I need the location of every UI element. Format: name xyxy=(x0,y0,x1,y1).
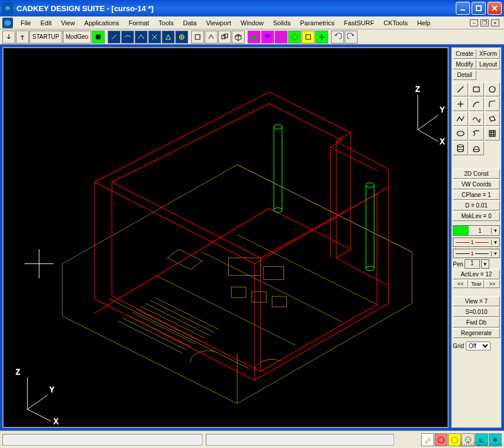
status-pencil-icon[interactable] xyxy=(421,433,434,446)
tear-button[interactable]: Tear xyxy=(469,280,484,288)
status-cube-red-icon[interactable] xyxy=(435,433,448,446)
app-icon xyxy=(2,3,13,14)
svg-point-43 xyxy=(457,131,464,136)
menu-help[interactable]: Help xyxy=(413,18,435,28)
orbit-icon[interactable] xyxy=(288,31,301,44)
tear-next-button[interactable]: >> xyxy=(485,280,500,288)
menu-window[interactable]: Window xyxy=(236,18,268,28)
tool-cross-icon[interactable] xyxy=(148,31,161,44)
tool-wire-icon[interactable] xyxy=(175,31,188,44)
pan-icon[interactable] xyxy=(315,31,328,44)
shade-hidden-icon[interactable] xyxy=(275,31,288,44)
view-button[interactable]: View = 7 xyxy=(453,296,500,306)
tool-rect-icon[interactable] xyxy=(469,82,484,96)
menu-file[interactable]: File xyxy=(16,18,35,28)
menu-parametrics[interactable]: Parametrics xyxy=(296,18,339,28)
menu-applications[interactable]: Applications xyxy=(80,18,123,28)
maximize-button[interactable] xyxy=(472,2,486,15)
doc-close-button[interactable]: × xyxy=(491,19,499,26)
view-front-icon[interactable] xyxy=(191,31,204,44)
modgeo-button[interactable]: ModGeo xyxy=(63,31,91,44)
view-top-icon[interactable] xyxy=(205,31,218,44)
tool-cube-icon[interactable] xyxy=(92,31,105,44)
tool-sweep-icon[interactable] xyxy=(135,31,148,44)
scale-button[interactable]: S=0.010 xyxy=(453,307,500,317)
tab-create[interactable]: Create xyxy=(453,49,476,59)
tool-point-icon[interactable] xyxy=(453,97,468,111)
tool-line-icon[interactable] xyxy=(453,82,468,96)
tool-dome-icon[interactable] xyxy=(469,141,484,155)
tool-hatch-icon[interactable] xyxy=(485,126,500,141)
svg-point-55 xyxy=(466,439,468,440)
d-button[interactable]: D = 0.01 xyxy=(453,200,500,210)
svg-text:Y: Y xyxy=(49,386,54,394)
view-iso-icon[interactable] xyxy=(232,31,245,44)
svg-marker-0 xyxy=(5,5,11,11)
tab-layout[interactable]: Layout xyxy=(476,59,500,69)
zoom-all-icon[interactable] xyxy=(302,31,315,44)
tool-blend-icon[interactable] xyxy=(121,31,134,44)
tool-circle-icon[interactable] xyxy=(485,82,500,96)
svg-rect-10 xyxy=(224,34,228,38)
tool-grid xyxy=(453,82,500,155)
shade-wire-icon[interactable] xyxy=(261,31,274,44)
svg-rect-44 xyxy=(489,131,495,136)
tool-spline-icon[interactable] xyxy=(469,112,484,126)
arrow-up-button[interactable] xyxy=(16,31,29,44)
tab-xform[interactable]: XForm xyxy=(476,49,500,59)
menubar: File Edit View Applications Format Tools… xyxy=(0,16,504,29)
side-panel: Create XForm Modify Layout Detail xyxy=(451,47,502,428)
startup-button[interactable]: STARTUP xyxy=(29,31,62,44)
regenerate-button[interactable]: Regenerate xyxy=(453,328,500,338)
menu-solids[interactable]: Solids xyxy=(269,18,295,28)
menu-view[interactable]: View xyxy=(57,18,79,28)
doc-minimize-button[interactable]: – xyxy=(470,19,478,26)
menu-cktools[interactable]: CKTools xyxy=(379,18,412,28)
tear-prev-button[interactable]: << xyxy=(453,280,468,288)
fwddb-button[interactable]: Fwd Db xyxy=(453,317,500,327)
undo-button[interactable] xyxy=(331,31,344,44)
svg-text:X: X xyxy=(54,417,58,426)
2d-const-button[interactable]: 2D Const xyxy=(453,169,500,179)
vw-coords-button[interactable]: VW Coords xyxy=(453,179,500,189)
tool-edge-icon[interactable] xyxy=(162,31,175,44)
doc-restore-button[interactable]: ❐ xyxy=(480,19,489,26)
pen-input[interactable]: 1 xyxy=(465,259,480,269)
svg-rect-11 xyxy=(252,35,256,39)
tool-plane-icon[interactable] xyxy=(485,112,500,126)
svg-rect-6 xyxy=(96,35,101,39)
menu-tools[interactable]: Tools xyxy=(155,18,178,28)
tool-ellipse-icon[interactable] xyxy=(453,126,468,141)
msklev-button[interactable]: MskLev = 0 xyxy=(453,211,500,221)
tool-fillet-icon[interactable] xyxy=(485,97,500,111)
cplane-button[interactable]: CPlane = 1 xyxy=(453,190,500,200)
tool-helix-icon[interactable] xyxy=(469,126,484,141)
close-button[interactable] xyxy=(488,2,502,15)
lineweight-selector[interactable]: 1▼ xyxy=(453,249,500,258)
shade-flat-icon[interactable] xyxy=(248,31,261,44)
watermark: AulaFacil.com xyxy=(459,441,503,448)
menu-edit[interactable]: Edit xyxy=(36,18,56,28)
arrow-down-button[interactable] xyxy=(2,31,15,44)
minimize-button[interactable] xyxy=(456,2,470,15)
tab-detail[interactable]: Detail xyxy=(453,70,476,80)
axis-z-label: Z xyxy=(415,85,419,93)
menu-viewport[interactable]: Viewport xyxy=(202,18,235,28)
menu-format[interactable]: Format xyxy=(125,18,153,28)
pen-dropdown[interactable]: ▼ xyxy=(481,259,489,269)
color-selector[interactable]: 1▼ xyxy=(453,225,500,236)
tool-wand-icon[interactable] xyxy=(108,31,121,44)
grid-select[interactable]: Off xyxy=(466,342,490,350)
menu-data[interactable]: Data xyxy=(179,18,201,28)
menu-fastsurf[interactable]: FastSURF xyxy=(340,18,378,28)
viewport[interactable]: Z X Y Z X Y xyxy=(2,47,449,428)
view-side-icon[interactable] xyxy=(218,31,231,44)
tab-modify[interactable]: Modify xyxy=(453,59,476,69)
tool-polyline-icon[interactable] xyxy=(453,112,468,126)
redo-button[interactable] xyxy=(345,31,358,44)
linetype-selector[interactable]: 1▼ xyxy=(453,238,500,247)
actlev-button[interactable]: ActLev = 12 xyxy=(453,269,500,279)
svg-point-12 xyxy=(292,34,298,40)
tool-arc-icon[interactable] xyxy=(469,97,484,111)
tool-cylinder-icon[interactable] xyxy=(453,141,468,155)
